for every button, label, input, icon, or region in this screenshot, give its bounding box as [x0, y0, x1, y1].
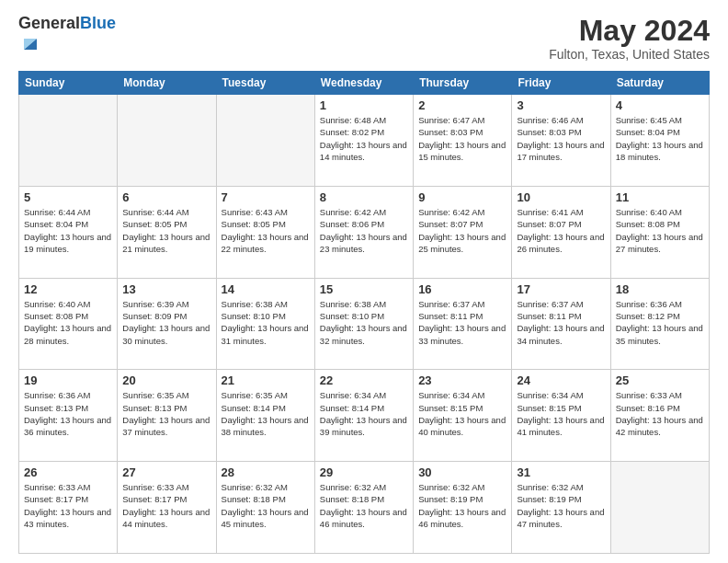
weekday-header-sunday: Sunday [19, 72, 118, 95]
calendar-week-2: 12Sunrise: 6:40 AM Sunset: 8:08 PM Dayli… [19, 278, 710, 370]
day-info: Sunrise: 6:38 AM Sunset: 8:10 PM Dayligh… [222, 298, 310, 347]
calendar-cell: 16Sunrise: 6:37 AM Sunset: 8:11 PM Dayli… [414, 278, 512, 370]
day-number: 12 [24, 282, 112, 296]
day-number: 31 [517, 465, 605, 479]
logo-general: General [18, 14, 80, 32]
day-number: 23 [418, 373, 506, 387]
day-info: Sunrise: 6:34 AM Sunset: 8:15 PM Dayligh… [517, 389, 605, 438]
calendar-cell: 21Sunrise: 6:35 AM Sunset: 8:14 PM Dayli… [216, 370, 314, 462]
calendar-cell: 19Sunrise: 6:36 AM Sunset: 8:13 PM Dayli… [19, 370, 118, 462]
day-number: 4 [616, 98, 704, 112]
day-info: Sunrise: 6:48 AM Sunset: 8:02 PM Dayligh… [320, 114, 408, 163]
day-info: Sunrise: 6:45 AM Sunset: 8:04 PM Dayligh… [616, 114, 704, 163]
weekday-header-friday: Friday [512, 72, 610, 95]
logo-text: GeneralBlue [18, 15, 116, 33]
calendar-cell: 13Sunrise: 6:39 AM Sunset: 8:09 PM Dayli… [118, 278, 216, 370]
day-number: 25 [616, 373, 704, 387]
calendar-cell: 2Sunrise: 6:47 AM Sunset: 8:03 PM Daylig… [414, 95, 512, 187]
day-info: Sunrise: 6:39 AM Sunset: 8:09 PM Dayligh… [122, 298, 210, 347]
logo: GeneralBlue [18, 15, 116, 57]
day-info: Sunrise: 6:44 AM Sunset: 8:04 PM Dayligh… [24, 206, 112, 255]
day-info: Sunrise: 6:33 AM Sunset: 8:17 PM Dayligh… [24, 481, 112, 530]
day-info: Sunrise: 6:37 AM Sunset: 8:11 PM Dayligh… [418, 298, 506, 347]
calendar-cell: 26Sunrise: 6:33 AM Sunset: 8:17 PM Dayli… [19, 462, 118, 554]
day-info: Sunrise: 6:33 AM Sunset: 8:16 PM Dayligh… [616, 389, 704, 438]
day-number: 16 [418, 282, 506, 296]
calendar-cell: 31Sunrise: 6:32 AM Sunset: 8:19 PM Dayli… [512, 462, 610, 554]
calendar-cell: 8Sunrise: 6:42 AM Sunset: 8:06 PM Daylig… [314, 186, 413, 278]
calendar-cell [610, 462, 709, 554]
day-info: Sunrise: 6:40 AM Sunset: 8:08 PM Dayligh… [24, 298, 112, 347]
calendar-cell: 24Sunrise: 6:34 AM Sunset: 8:15 PM Dayli… [512, 370, 610, 462]
calendar-cell: 14Sunrise: 6:38 AM Sunset: 8:10 PM Dayli… [216, 278, 314, 370]
day-info: Sunrise: 6:38 AM Sunset: 8:10 PM Dayligh… [320, 298, 408, 347]
calendar-week-0: 1Sunrise: 6:48 AM Sunset: 8:02 PM Daylig… [19, 95, 710, 187]
day-number: 18 [616, 282, 704, 296]
calendar-cell: 3Sunrise: 6:46 AM Sunset: 8:03 PM Daylig… [512, 95, 610, 187]
calendar-cell: 5Sunrise: 6:44 AM Sunset: 8:04 PM Daylig… [19, 186, 118, 278]
calendar-cell [118, 95, 216, 187]
calendar-cell: 7Sunrise: 6:43 AM Sunset: 8:05 PM Daylig… [216, 186, 314, 278]
calendar-cell: 15Sunrise: 6:38 AM Sunset: 8:10 PM Dayli… [314, 278, 413, 370]
header: GeneralBlue May 2024 Fulton, Texas, Unit… [18, 15, 710, 62]
day-number: 5 [24, 190, 112, 204]
day-number: 14 [222, 282, 310, 296]
calendar-cell: 30Sunrise: 6:32 AM Sunset: 8:19 PM Dayli… [414, 462, 512, 554]
calendar-cell: 12Sunrise: 6:40 AM Sunset: 8:08 PM Dayli… [19, 278, 118, 370]
day-info: Sunrise: 6:42 AM Sunset: 8:07 PM Dayligh… [418, 206, 506, 255]
day-info: Sunrise: 6:36 AM Sunset: 8:12 PM Dayligh… [616, 298, 704, 347]
day-info: Sunrise: 6:34 AM Sunset: 8:14 PM Dayligh… [320, 389, 408, 438]
day-number: 20 [122, 373, 210, 387]
day-info: Sunrise: 6:43 AM Sunset: 8:05 PM Dayligh… [222, 206, 310, 255]
calendar-cell: 23Sunrise: 6:34 AM Sunset: 8:15 PM Dayli… [414, 370, 512, 462]
calendar-cell: 9Sunrise: 6:42 AM Sunset: 8:07 PM Daylig… [414, 186, 512, 278]
calendar-week-4: 26Sunrise: 6:33 AM Sunset: 8:17 PM Dayli… [19, 462, 710, 554]
day-number: 13 [122, 282, 210, 296]
day-info: Sunrise: 6:47 AM Sunset: 8:03 PM Dayligh… [418, 114, 506, 163]
day-info: Sunrise: 6:37 AM Sunset: 8:11 PM Dayligh… [517, 298, 605, 347]
day-number: 10 [517, 190, 605, 204]
day-info: Sunrise: 6:41 AM Sunset: 8:07 PM Dayligh… [517, 206, 605, 255]
calendar-cell: 27Sunrise: 6:33 AM Sunset: 8:17 PM Dayli… [118, 462, 216, 554]
calendar-week-1: 5Sunrise: 6:44 AM Sunset: 8:04 PM Daylig… [19, 186, 710, 278]
calendar-cell: 4Sunrise: 6:45 AM Sunset: 8:04 PM Daylig… [610, 95, 709, 187]
logo-icon [20, 33, 40, 53]
calendar-cell: 6Sunrise: 6:44 AM Sunset: 8:05 PM Daylig… [118, 186, 216, 278]
weekday-header-monday: Monday [118, 72, 216, 95]
calendar-cell: 10Sunrise: 6:41 AM Sunset: 8:07 PM Dayli… [512, 186, 610, 278]
calendar-cell: 1Sunrise: 6:48 AM Sunset: 8:02 PM Daylig… [314, 95, 413, 187]
calendar-week-3: 19Sunrise: 6:36 AM Sunset: 8:13 PM Dayli… [19, 370, 710, 462]
month-year: May 2024 [549, 15, 710, 47]
day-info: Sunrise: 6:32 AM Sunset: 8:18 PM Dayligh… [320, 481, 408, 530]
calendar-cell: 28Sunrise: 6:32 AM Sunset: 8:18 PM Dayli… [216, 462, 314, 554]
day-number: 24 [517, 373, 605, 387]
calendar-cell: 29Sunrise: 6:32 AM Sunset: 8:18 PM Dayli… [314, 462, 413, 554]
day-number: 11 [616, 190, 704, 204]
day-info: Sunrise: 6:44 AM Sunset: 8:05 PM Dayligh… [122, 206, 210, 255]
day-number: 19 [24, 373, 112, 387]
calendar-cell: 18Sunrise: 6:36 AM Sunset: 8:12 PM Dayli… [610, 278, 709, 370]
day-number: 8 [320, 190, 408, 204]
day-number: 7 [222, 190, 310, 204]
calendar-cell: 11Sunrise: 6:40 AM Sunset: 8:08 PM Dayli… [610, 186, 709, 278]
day-info: Sunrise: 6:33 AM Sunset: 8:17 PM Dayligh… [122, 481, 210, 530]
calendar-cell: 25Sunrise: 6:33 AM Sunset: 8:16 PM Dayli… [610, 370, 709, 462]
day-info: Sunrise: 6:32 AM Sunset: 8:18 PM Dayligh… [222, 481, 310, 530]
day-info: Sunrise: 6:35 AM Sunset: 8:14 PM Dayligh… [222, 389, 310, 438]
day-info: Sunrise: 6:34 AM Sunset: 8:15 PM Dayligh… [418, 389, 506, 438]
day-number: 22 [320, 373, 408, 387]
weekday-header-thursday: Thursday [414, 72, 512, 95]
calendar-cell: 17Sunrise: 6:37 AM Sunset: 8:11 PM Dayli… [512, 278, 610, 370]
day-number: 28 [222, 465, 310, 479]
location: Fulton, Texas, United States [549, 47, 710, 62]
day-number: 6 [122, 190, 210, 204]
day-number: 3 [517, 98, 605, 112]
day-number: 17 [517, 282, 605, 296]
day-info: Sunrise: 6:42 AM Sunset: 8:06 PM Dayligh… [320, 206, 408, 255]
weekday-header-saturday: Saturday [610, 72, 709, 95]
page: GeneralBlue May 2024 Fulton, Texas, Unit… [0, 0, 728, 563]
day-info: Sunrise: 6:40 AM Sunset: 8:08 PM Dayligh… [616, 206, 704, 255]
day-number: 27 [122, 465, 210, 479]
calendar-cell: 20Sunrise: 6:35 AM Sunset: 8:13 PM Dayli… [118, 370, 216, 462]
day-number: 29 [320, 465, 408, 479]
